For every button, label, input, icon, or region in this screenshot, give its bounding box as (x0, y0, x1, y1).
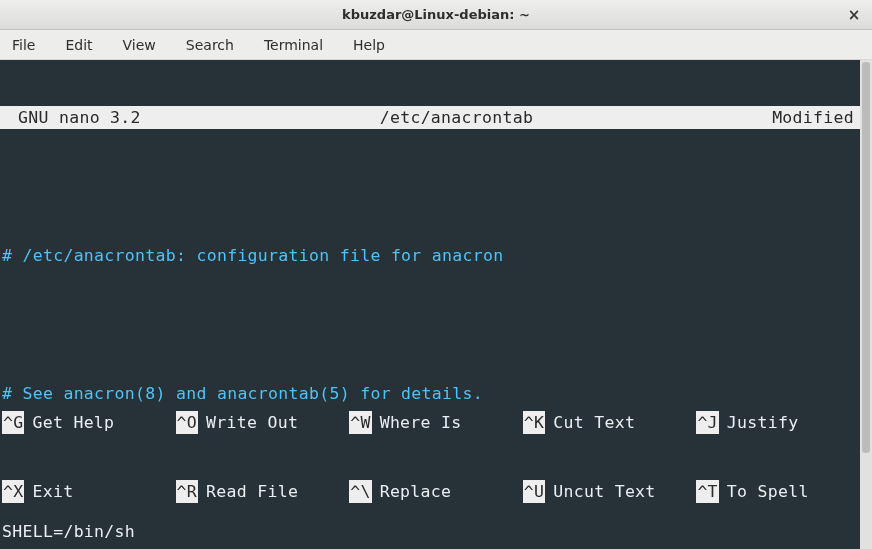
nano-shortcuts: ^GGet Help ^OWrite Out ^WWhere Is ^KCut … (0, 365, 872, 549)
window-titlebar: kbuzdar@Linux-debian: ~ × (0, 0, 872, 30)
shortcut-write-out[interactable]: ^OWrite Out (176, 411, 350, 434)
menu-search[interactable]: Search (180, 33, 240, 57)
shortcut-where-is[interactable]: ^WWhere Is (349, 411, 523, 434)
window-title: kbuzdar@Linux-debian: ~ (342, 7, 530, 22)
menu-view[interactable]: View (117, 33, 162, 57)
close-icon[interactable]: × (846, 7, 862, 23)
menu-edit[interactable]: Edit (59, 33, 98, 57)
nano-modified: Modified (772, 106, 864, 129)
menu-file[interactable]: File (6, 33, 41, 57)
nano-filename: /etc/anacrontab (141, 106, 772, 129)
shortcut-uncut-text[interactable]: ^UUncut Text (523, 480, 697, 503)
shortcut-get-help[interactable]: ^GGet Help (2, 411, 176, 434)
scrollbar-thumb[interactable] (862, 62, 870, 453)
shortcut-justify[interactable]: ^JJustify (696, 411, 870, 434)
shortcut-cut-text[interactable]: ^KCut Text (523, 411, 697, 434)
menu-help[interactable]: Help (347, 33, 391, 57)
menubar: File Edit View Search Terminal Help (0, 30, 872, 60)
nano-statusline: GNU nano 3.2 /etc/anacrontab Modified (0, 106, 872, 129)
shortcut-to-spell[interactable]: ^TTo Spell (696, 480, 870, 503)
shortcut-exit[interactable]: ^XExit (2, 480, 176, 503)
shortcut-read-file[interactable]: ^RRead File (176, 480, 350, 503)
menu-terminal[interactable]: Terminal (258, 33, 329, 57)
nano-version: GNU nano 3.2 (8, 106, 141, 129)
editor-line: # /etc/anacrontab: configuration file fo… (0, 244, 872, 267)
shortcut-replace[interactable]: ^\Replace (349, 480, 523, 503)
scrollbar[interactable] (860, 60, 872, 549)
terminal-area[interactable]: GNU nano 3.2 /etc/anacrontab Modified # … (0, 60, 872, 549)
